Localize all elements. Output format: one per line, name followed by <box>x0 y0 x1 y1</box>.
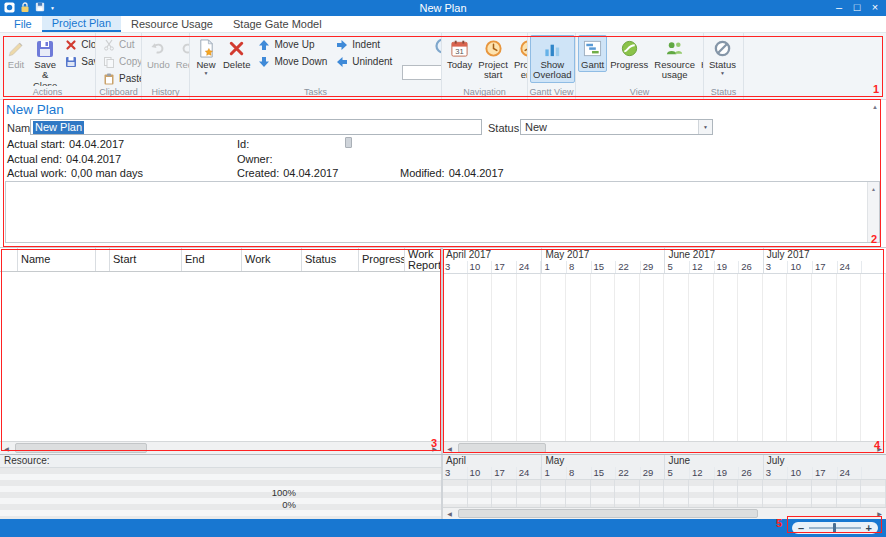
scrollbar-thumb[interactable] <box>458 443 546 453</box>
column-header-start[interactable]: Start <box>110 248 182 271</box>
quick-save-icon[interactable] <box>35 2 45 14</box>
save-close-label: Save & Close <box>33 60 57 86</box>
task-search-combobox[interactable]: ▼ <box>402 65 441 80</box>
cut-label: Cut <box>119 39 135 50</box>
column-header-name[interactable]: Name <box>18 248 96 271</box>
timeline-week-label: 5 <box>665 467 690 479</box>
status-dropdown-icon: ▼ <box>720 71 725 76</box>
edit-button[interactable]: Edit <box>2 35 30 72</box>
chevron-down-icon[interactable]: ▼ <box>698 120 712 134</box>
column-header-blank[interactable] <box>96 248 110 271</box>
timeline-month: July3101724 <box>763 455 861 479</box>
description-scrollbar[interactable]: ▲ <box>867 182 879 242</box>
timeline-week-label: 8 <box>567 467 592 479</box>
task-table-panel: Name Start End Work Status Progress Work… <box>0 248 441 454</box>
project-start-button[interactable]: Project start <box>475 35 511 83</box>
scroll-right-icon[interactable]: ▶ <box>428 442 441 455</box>
tab-project-plan[interactable]: Project Plan <box>42 16 121 32</box>
move-down-button[interactable]: Move Down <box>253 53 331 70</box>
close-ribbon-button[interactable]: Close <box>60 36 95 53</box>
zoom-control: – + <box>792 522 878 534</box>
group-label-history: History <box>142 86 189 99</box>
column-header-progress[interactable]: Progress <box>359 248 405 271</box>
ribbon: Edit Save & Close Close Save <box>0 33 886 100</box>
indent-button[interactable]: Indent <box>331 36 396 53</box>
tab-resource-usage[interactable]: Resource Usage <box>121 16 223 32</box>
status-button[interactable]: Status ▼ <box>706 35 739 78</box>
column-header-work-reported[interactable]: Work Reported <box>405 248 441 271</box>
scroll-left-icon[interactable]: ◀ <box>443 442 456 455</box>
timeline-month-label: July 2017 <box>764 248 861 261</box>
timeline-week-label: 17 <box>492 467 517 479</box>
timeline-week-label: 15 <box>592 467 617 479</box>
timeline-month: May 201718152229 <box>541 248 664 273</box>
actual-end-field: Actual end:04.04.2017 <box>7 153 121 165</box>
tab-stage-gate-model[interactable]: Stage Gate Model <box>223 16 332 32</box>
column-header-indicator[interactable] <box>0 248 18 271</box>
show-overload-label: Show Overload <box>533 60 572 81</box>
column-header-status[interactable]: Status <box>302 248 359 271</box>
timeline-week-label: 3 <box>443 261 468 274</box>
move-down-label: Move Down <box>274 56 327 67</box>
move-up-button[interactable]: Move Up <box>253 36 331 53</box>
collapse-panel-icon[interactable]: ▲ <box>872 104 878 110</box>
search-icon[interactable] <box>432 35 441 63</box>
copy-button[interactable]: Copy <box>98 53 141 70</box>
status-select[interactable]: New ▼ <box>520 119 713 135</box>
column-header-work[interactable]: Work <box>242 248 302 271</box>
scrollbar-thumb[interactable] <box>15 443 147 453</box>
view-progress-button[interactable]: Progress <box>607 35 651 72</box>
tab-file[interactable]: File <box>4 16 42 32</box>
save-and-close-button[interactable]: Save & Close <box>30 35 60 86</box>
timeline-week-label: 15 <box>592 261 617 274</box>
scroll-left-icon[interactable]: ◀ <box>0 442 13 455</box>
scroll-right-icon[interactable]: ▶ <box>873 442 886 455</box>
save-button[interactable]: Save <box>60 53 95 70</box>
column-header-end[interactable]: End <box>182 248 242 271</box>
scroll-up-icon[interactable]: ▲ <box>868 183 879 194</box>
close-red-x-icon <box>64 38 78 52</box>
move-up-label: Move Up <box>274 39 314 50</box>
unindent-button[interactable]: Unindent <box>331 53 396 70</box>
description-textarea[interactable]: ▲ <box>5 181 880 243</box>
save-disk-icon <box>64 55 78 69</box>
project-end-button[interactable]: Project end <box>511 35 527 83</box>
clock-start-icon <box>482 38 504 59</box>
view-resource-usage-label: Resource usage <box>654 60 695 81</box>
save-label: Save <box>81 56 95 67</box>
zoom-slider[interactable] <box>809 527 860 529</box>
cut-button[interactable]: Cut <box>98 36 141 53</box>
save-close-disk-icon <box>34 38 56 59</box>
view-gantt-toggle[interactable]: Gantt <box>578 35 607 72</box>
edit-pencil-icon <box>5 38 27 59</box>
new-task-button[interactable]: New ▼ <box>192 35 220 78</box>
restore-button[interactable]: □ <box>848 0 866 16</box>
redo-button[interactable]: Redo <box>173 35 189 72</box>
scrollbar-thumb[interactable] <box>458 509 758 518</box>
gantt-hscrollbar[interactable]: ◀ ▶ <box>443 441 886 454</box>
copy-icon <box>102 55 116 69</box>
zoom-in-button[interactable]: + <box>866 523 872 533</box>
zoom-slider-thumb[interactable] <box>833 523 836 533</box>
timeline-week-label: 17 <box>813 467 838 479</box>
today-button[interactable]: 31 Today <box>444 35 475 72</box>
timeline-week-label: 10 <box>788 467 813 479</box>
view-history-button[interactable]: History <box>698 35 703 72</box>
undo-button[interactable]: Undo <box>144 35 173 72</box>
minimize-button[interactable]: – <box>830 0 848 16</box>
resource-hscrollbar[interactable]: ◀ ▶ <box>443 507 886 519</box>
arrow-up-icon <box>257 38 271 52</box>
view-resource-usage-button[interactable]: Resource usage <box>651 35 698 83</box>
timeline-week-label: 3 <box>764 467 789 479</box>
close-window-button[interactable]: × <box>866 0 884 16</box>
qat-dropdown-icon[interactable]: ▼ <box>50 0 55 16</box>
zoom-out-button[interactable]: – <box>798 523 804 533</box>
delete-task-button[interactable]: Delete <box>220 35 253 72</box>
calendar-31-icon: 31 <box>449 38 471 59</box>
scale-0-label: 0% <box>262 499 296 510</box>
name-input[interactable]: New Plan <box>30 119 482 135</box>
task-table-hscrollbar[interactable]: ◀ ▶ <box>0 441 441 454</box>
paste-button[interactable]: Paste <box>98 70 141 86</box>
show-overload-toggle[interactable]: Show Overload <box>530 35 575 83</box>
timeline-week-label: 22 <box>616 261 641 274</box>
